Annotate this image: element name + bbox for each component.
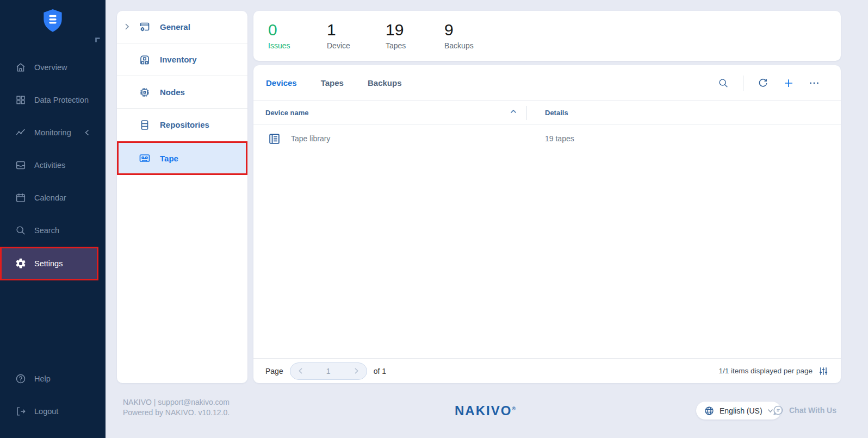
stat-issues: 0 Issues: [268, 22, 300, 50]
inbox-icon: [15, 159, 27, 171]
sidebar-item-label: Activities: [34, 161, 65, 170]
chat-bubble-icon: [772, 404, 784, 416]
pagination-bar: Page 1 of 1 1/1 items displayed per page: [253, 358, 841, 383]
sidebar-item-logout[interactable]: Logout: [0, 395, 106, 428]
sidebar-item-data-protection[interactable]: Data Protection: [0, 84, 106, 116]
footer-support-line: NAKIVO | support@nakivo.com: [123, 397, 230, 408]
items-per-page: 1/1 items displayed per page: [718, 366, 829, 377]
device-details: 19 tapes: [514, 134, 574, 143]
page-prev-icon[interactable]: [298, 367, 303, 374]
repositories-icon: [138, 118, 151, 132]
settings-menu-item-inventory[interactable]: Inventory: [117, 43, 247, 76]
sidebar-item-label: Monitoring: [34, 128, 71, 137]
page-control: 1: [290, 362, 367, 380]
stat-device: 1 Device: [327, 22, 358, 50]
sort-asc-icon[interactable]: [510, 109, 517, 114]
sidebar-item-search[interactable]: Search: [0, 214, 106, 247]
items-per-page-settings-icon[interactable]: [818, 366, 829, 377]
sidebar-item-label: Settings: [34, 259, 63, 268]
sidebar-item-label: Calendar: [34, 193, 66, 202]
sidebar-item-label: Logout: [34, 407, 58, 416]
column-details[interactable]: Details: [514, 109, 568, 117]
sidebar-item-calendar[interactable]: Calendar: [0, 182, 106, 214]
tape-icon: [138, 152, 151, 165]
language-label: English (US): [720, 406, 762, 415]
table-row[interactable]: Tape library 19 tapes: [253, 125, 841, 152]
sidebar-item-monitoring[interactable]: Monitoring: [0, 116, 106, 149]
sidebar-item-label: Search: [34, 226, 59, 235]
nakivo-logo: NAKIVO®: [455, 403, 517, 418]
devices-card: Devices Tapes Backups: [253, 65, 841, 383]
page-next-icon[interactable]: [354, 367, 359, 374]
footer-info: NAKIVO | support@nakivo.com Powered by N…: [123, 397, 230, 418]
app-logo[interactable]: [0, 8, 106, 33]
table-header: Device name Details: [253, 101, 841, 125]
chat-with-us-button[interactable]: Chat With Us: [772, 404, 836, 416]
settings-menu-label: Inventory: [160, 55, 197, 64]
grid-icon: [15, 94, 27, 106]
language-selector[interactable]: English (US): [696, 402, 781, 420]
tape-library-icon: [268, 132, 281, 146]
refresh-icon[interactable]: [757, 77, 769, 89]
settings-menu-label: Tape: [160, 154, 178, 163]
header-actions: [717, 76, 820, 91]
tab-backups[interactable]: Backups: [368, 78, 402, 87]
more-options-icon[interactable]: [808, 77, 820, 89]
page-total-label: of 1: [374, 367, 386, 376]
stat-label: Backups: [444, 41, 476, 50]
settings-menu-label: Repositories: [160, 120, 209, 129]
sidebar-item-help[interactable]: Help: [0, 362, 106, 395]
settings-menu-panel: General Inventory Nodes: [117, 11, 247, 383]
logout-icon: [15, 405, 27, 417]
tab-bar: Devices Tapes Backups: [266, 78, 717, 87]
devices-card-header: Devices Tapes Backups: [253, 65, 841, 101]
settings-menu-label: Nodes: [160, 87, 185, 97]
shield-logo-icon: [41, 8, 64, 33]
stat-value: 1: [327, 22, 358, 38]
help-icon: [15, 373, 27, 385]
stat-backups: 9 Backups: [444, 22, 476, 50]
chat-label: Chat With Us: [789, 406, 836, 415]
search-icon: [15, 224, 27, 236]
column-device-name[interactable]: Device name: [253, 109, 514, 117]
registered-mark: ®: [512, 406, 517, 411]
sidebar-bottom-nav: Help Logout: [0, 362, 106, 428]
add-icon[interactable]: [783, 77, 795, 89]
stat-label: Issues: [268, 41, 300, 50]
sidebar-item-label: Help: [34, 374, 51, 383]
nodes-icon: [138, 86, 151, 99]
tab-tapes[interactable]: Tapes: [321, 78, 344, 87]
sidebar-item-settings[interactable]: Settings: [0, 247, 98, 280]
stat-label: Tapes: [386, 41, 417, 50]
sidebar-item-label: Data Protection: [34, 96, 89, 104]
stat-tapes: 19 Tapes: [386, 22, 417, 50]
stat-value: 19: [386, 22, 417, 38]
device-name-cell: Tape library: [253, 132, 514, 146]
chevron-right-icon[interactable]: [125, 23, 129, 30]
sidebar-collapse-icon[interactable]: [95, 37, 101, 43]
home-icon: [15, 61, 27, 73]
monitoring-icon: [15, 127, 27, 139]
items-info-label: 1/1 items displayed per page: [718, 367, 813, 375]
settings-menu-item-nodes[interactable]: Nodes: [117, 76, 247, 109]
calendar-icon: [15, 192, 27, 204]
page-number-input[interactable]: 1: [326, 367, 331, 376]
sidebar-nav: Overview Data Protection Monitoring: [0, 51, 106, 280]
search-icon[interactable]: [717, 77, 729, 89]
settings-menu-label: General: [160, 22, 190, 32]
gear-icon: [15, 258, 27, 270]
general-icon: [138, 21, 151, 34]
divider: [743, 76, 743, 91]
table-empty-area: [253, 152, 841, 358]
chevron-left-icon[interactable]: [84, 129, 90, 136]
tab-devices[interactable]: Devices: [266, 78, 297, 87]
sidebar-item-label: Overview: [34, 63, 67, 72]
sidebar-item-overview[interactable]: Overview: [0, 51, 106, 84]
divider: [526, 106, 527, 120]
settings-menu-item-general[interactable]: General: [117, 11, 247, 43]
page-label: Page: [265, 367, 283, 376]
settings-menu-item-repositories[interactable]: Repositories: [117, 109, 247, 141]
sidebar-item-activities[interactable]: Activities: [0, 149, 106, 182]
settings-menu-item-tape[interactable]: Tape: [117, 141, 247, 175]
stat-value: 0: [268, 22, 300, 38]
